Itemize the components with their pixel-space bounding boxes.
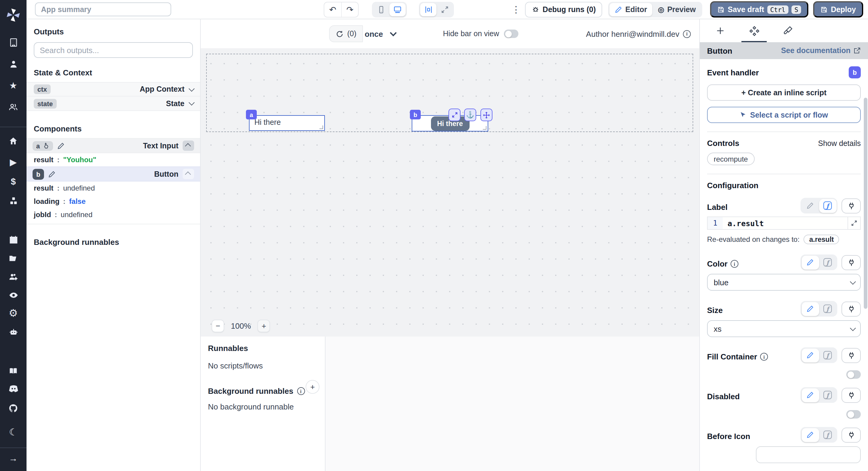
connect-plug-button[interactable] — [841, 301, 861, 316]
eval-mode-button[interactable]: ƒ — [819, 256, 836, 269]
refresh-button[interactable]: (0) — [329, 25, 363, 42]
connect-plug-button[interactable] — [841, 387, 861, 403]
anchor-component-button[interactable]: ⚓ — [464, 109, 476, 121]
static-mode-button[interactable] — [801, 428, 819, 442]
event-handler-badge[interactable]: b — [849, 66, 861, 79]
output-row[interactable]: loading : false — [27, 195, 200, 208]
label-code-editor[interactable]: 1 a.result — [707, 216, 861, 230]
workers-icon[interactable] — [0, 273, 27, 282]
recompute-control[interactable]: recompute — [707, 153, 754, 165]
expand-editor-button[interactable] — [847, 217, 860, 229]
redo-button[interactable]: ↷ — [341, 2, 358, 17]
info-icon[interactable]: i — [683, 30, 691, 38]
billing-dollar-icon[interactable]: $ — [0, 177, 27, 186]
component-a-tag[interactable]: a — [246, 110, 257, 119]
resize-handle[interactable] — [483, 126, 487, 130]
info-icon[interactable]: i — [297, 387, 305, 395]
docs-book-icon[interactable] — [0, 367, 27, 375]
static-mode-button[interactable] — [801, 348, 819, 362]
fill-container-toggle[interactable] — [846, 370, 861, 379]
desktop-view-button[interactable] — [390, 3, 406, 16]
output-row[interactable]: result : "Youhou" — [27, 153, 200, 167]
resize-handle[interactable] — [319, 125, 323, 129]
more-menu-kebab[interactable]: ⋮ — [510, 4, 521, 15]
audit-eye-icon[interactable] — [0, 291, 27, 300]
info-icon[interactable]: i — [760, 353, 768, 361]
resources-cubes-icon[interactable] — [0, 197, 27, 206]
editor-tab[interactable]: Editor — [610, 3, 652, 16]
undo-button[interactable]: ↶ — [324, 2, 341, 17]
connect-plug-button[interactable] — [841, 255, 861, 270]
dark-mode-moon-icon[interactable]: ☾ — [0, 428, 27, 437]
github-icon[interactable] — [0, 404, 27, 413]
schedule-mode-select[interactable]: once — [365, 29, 383, 38]
zoom-in-button[interactable]: + — [258, 320, 270, 332]
home-icon[interactable] — [0, 136, 27, 146]
hide-bar-toggle[interactable] — [504, 30, 518, 38]
connect-plug-button[interactable] — [841, 348, 861, 363]
settings-gear-icon[interactable]: ⚙ — [0, 309, 27, 318]
save-draft-button[interactable]: Save draft Ctrl S — [710, 1, 808, 18]
static-mode-button[interactable] — [801, 199, 819, 213]
ai-robot-icon[interactable] — [0, 327, 27, 336]
see-documentation-link[interactable]: See documentation — [781, 47, 861, 55]
folders-icon[interactable] — [0, 254, 27, 263]
windmill-logo[interactable] — [0, 7, 27, 23]
color-select[interactable]: blue — [707, 274, 861, 291]
groups-icon[interactable] — [0, 102, 27, 112]
runs-play-icon[interactable]: ▶ — [0, 157, 27, 167]
fullwidth-layout-button[interactable] — [436, 3, 453, 16]
eval-mode-button[interactable]: ƒ — [819, 199, 836, 213]
state-row[interactable]: state State — [27, 96, 200, 111]
component-b-row[interactable]: b Button — [27, 167, 200, 181]
panel-scrollbar-thumb[interactable] — [864, 98, 867, 309]
tab-styling[interactable] — [771, 19, 805, 42]
text-input-component[interactable]: Hi there — [250, 116, 324, 127]
static-mode-button[interactable] — [801, 302, 819, 316]
info-icon[interactable]: i — [731, 260, 738, 268]
show-details-link[interactable]: Show details — [818, 139, 861, 147]
disabled-toggle[interactable] — [846, 410, 861, 418]
canvas-component-b[interactable]: b ⚓ Hi there — [412, 115, 488, 131]
connect-plug-button[interactable] — [841, 427, 861, 442]
deploy-button[interactable]: Deploy — [813, 1, 863, 18]
schedules-calendar-icon[interactable] — [0, 235, 27, 244]
create-inline-script-button[interactable]: + Create an inline script — [707, 84, 861, 101]
center-layout-button[interactable] — [420, 3, 436, 16]
app-summary-input[interactable] — [35, 2, 171, 16]
ctx-row[interactable]: ctx App Context — [27, 82, 200, 96]
expand-component-button[interactable] — [448, 109, 461, 121]
canvas-component-a[interactable]: a Hi there — [249, 115, 325, 131]
reeval-target-pill[interactable]: a.result — [804, 235, 839, 244]
chevron-down-icon[interactable] — [189, 99, 195, 106]
static-mode-button[interactable] — [801, 256, 819, 269]
select-script-button[interactable]: Select a script or flow — [707, 107, 861, 123]
debug-runs-button[interactable]: Debug runs (0) — [525, 1, 602, 17]
move-component-button[interactable] — [480, 109, 493, 121]
size-select[interactable]: xs — [707, 320, 861, 337]
chevron-down-icon[interactable] — [390, 30, 397, 36]
static-mode-button[interactable] — [801, 388, 819, 402]
preview-tab[interactable]: ◎ Preview — [652, 3, 701, 16]
collapse-a-button[interactable] — [183, 141, 194, 151]
label-code-value[interactable]: a.result — [723, 217, 847, 229]
eval-mode-button[interactable]: ƒ — [819, 302, 836, 316]
output-row[interactable]: result : undefined — [27, 181, 200, 195]
before-icon-input[interactable] — [756, 446, 861, 463]
workspace-icon[interactable] — [0, 38, 27, 47]
add-background-runnable-button[interactable]: + — [306, 380, 319, 394]
chevron-down-icon[interactable] — [189, 85, 195, 91]
component-b-tag[interactable]: b — [410, 110, 421, 119]
tab-add-component[interactable] — [704, 19, 737, 42]
app-canvas[interactable]: a Hi there b ⚓ Hi there — [201, 48, 699, 336]
collapse-arrow-icon[interactable]: → — [0, 453, 27, 463]
edit-pencil-icon[interactable] — [48, 170, 56, 178]
output-row[interactable]: jobId : undefined — [27, 208, 200, 224]
search-outputs-input[interactable] — [34, 42, 193, 58]
tab-component-settings[interactable] — [737, 19, 771, 42]
eval-mode-button[interactable]: ƒ — [819, 428, 836, 442]
zoom-out-button[interactable]: − — [212, 320, 224, 332]
user-icon[interactable] — [0, 60, 27, 69]
edit-pencil-icon[interactable] — [57, 142, 64, 149]
discord-icon[interactable] — [0, 385, 27, 392]
